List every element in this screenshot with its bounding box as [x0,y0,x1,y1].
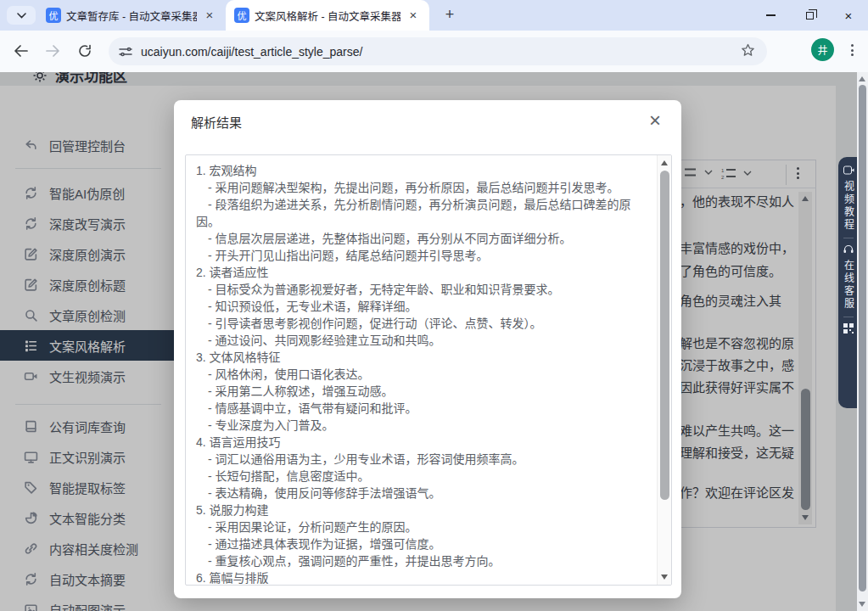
site-favicon: 优 [234,8,249,23]
dialog-header: 解析结果 [174,100,681,143]
floating-service-widget[interactable]: 视频教程 在线客服 [838,157,859,408]
reload-icon [78,44,92,58]
result-line: 2. 读者适应性 [196,264,653,281]
dialog-title: 解析结果 [191,113,242,131]
result-line: - 表达精确，使用反问等修辞手法增强语气。 [196,485,653,502]
headset-icon [843,244,854,254]
result-line: - 词汇以通俗用语为主，少用专业术语，形容词使用频率高。 [196,451,653,468]
result-line: - 采用因果论证，分析问题产生的原因。 [196,519,653,535]
tab-title: 文章暂存库 - 自动文章采集器-优 [66,8,197,24]
window-close-button[interactable]: × [829,0,868,31]
scroll-up-icon[interactable] [661,160,668,165]
scroll-up-icon[interactable] [859,76,865,81]
widget-divider [843,238,854,238]
parse-result-dialog: 解析结果 × 1. 宏观结构 - 采用问题解决型架构，先提出问题，再分析原因，最… [174,100,681,598]
qr-code-icon[interactable] [843,323,854,334]
result-scrollbar[interactable] [657,155,671,585]
kebab-icon [851,44,854,47]
site-favicon: 优 [46,8,61,23]
scrollbar-thumb[interactable] [660,171,669,500]
page-viewport: 演示功能区 回管理控制台 智能AI伪原创 深度改写演示 深度原创演示 深度原创标… [0,72,868,611]
result-line: 因。 [196,213,653,230]
reload-button[interactable] [73,39,97,63]
widget-divider [843,317,854,317]
scroll-down-icon[interactable] [859,602,865,607]
result-line: 4. 语言运用技巧 [196,434,653,451]
result-line: 6. 篇幅与排版 [196,569,653,585]
page-scrollbar[interactable] [857,72,868,611]
window-minimize-button[interactable] [751,0,790,31]
address-bar[interactable]: ucaiyun.com/caiji/test_article_style_par… [109,37,767,65]
result-line: - 引导读者思考影视创作问题，促进行动（评论、点赞、转发）。 [196,315,653,332]
chevron-down-icon [17,13,26,19]
scroll-down-icon[interactable] [661,575,668,580]
forward-arrow-icon [46,45,60,57]
result-line: - 段落组织为递进关系，先分析剧情问题，再分析演员问题，最后总结口碑差的原 [196,196,653,213]
browser-toolbar: ucaiyun.com/caiji/test_article_style_par… [0,31,868,72]
result-line: - 专业深度为入门普及。 [196,417,653,434]
widget-online-service[interactable]: 在线客服 [842,260,856,311]
new-tab-button[interactable]: + [440,5,460,25]
result-line: - 风格休闲，使用口语化表达。 [196,366,653,383]
parse-result-text: 1. 宏观结构 - 采用问题解决型架构，先提出问题，再分析原因，最后总结问题并引… [186,155,657,585]
result-line: 3. 文体风格特征 [196,349,653,366]
tab-title: 文案风格解析 - 自动文章采集器 [255,8,400,24]
result-line: 5. 说服力构建 [196,502,653,519]
result-line: - 信息层次层层递进，先整体指出问题，再分别从不同方面详细分析。 [196,230,653,247]
browser-menu-button[interactable] [843,41,861,59]
result-line: 1. 宏观结构 [196,162,653,179]
result-line: - 重复核心观点，强调问题的严重性，并提出思考方向。 [196,552,653,569]
tab-style-parse[interactable]: 优 文案风格解析 - 自动文章采集器 × [226,0,429,31]
browser-tabstrip: 优 文章暂存库 - 自动文章采集器-优 × 优 文案风格解析 - 自动文章采集器… [0,0,868,31]
widget-video-tutorial[interactable]: 视频教程 [842,181,856,232]
minimize-icon [766,14,776,15]
result-line: - 情感基调中立，语气带有疑问和批评。 [196,400,653,417]
back-button[interactable] [8,39,32,63]
star-icon [741,43,755,57]
window-restore-button[interactable] [790,0,829,31]
tab-close-icon[interactable]: × [202,8,217,23]
tab-search-button[interactable] [7,6,36,25]
result-line: - 目标受众为普通影视爱好者，无特定年龄、职业和知识背景要求。 [196,281,653,298]
forward-button[interactable] [41,39,64,63]
result-line: - 通过设问、共同观影经验建立互动和共鸣。 [196,332,653,349]
tab-close-icon[interactable]: × [406,8,421,23]
bookmark-star-button[interactable] [741,43,755,60]
tab-article-storage[interactable]: 优 文章暂存库 - 自动文章采集器-优 × [37,0,226,31]
result-line: - 长短句搭配，信息密度适中。 [196,468,653,485]
result-line: - 开头开门见山指出问题，结尾总结问题并引导思考。 [196,247,653,264]
result-line: - 采用第二人称叙述，增强互动感。 [196,383,653,400]
profile-avatar[interactable]: 井 [811,38,834,61]
site-settings-icon [119,46,132,58]
url-text: ucaiyun.com/caiji/test_article_style_par… [141,45,741,59]
dialog-close-button[interactable]: × [642,108,668,133]
result-line: - 采用问题解决型架构，先提出问题，再分析原因，最后总结问题并引发思考。 [196,179,653,196]
video-tutorial-icon [843,165,854,175]
restore-icon [806,12,814,20]
scrollbar-thumb[interactable] [859,85,866,591]
result-line: - 知识预设低，无专业术语，解释详细。 [196,298,653,315]
parse-result-box: 1. 宏观结构 - 采用问题解决型架构，先提出问题，再分析原因，最后总结问题并引… [185,154,672,586]
result-line: - 通过描述具体表现作为证据，增强可信度。 [196,535,653,552]
back-arrow-icon [14,45,28,57]
